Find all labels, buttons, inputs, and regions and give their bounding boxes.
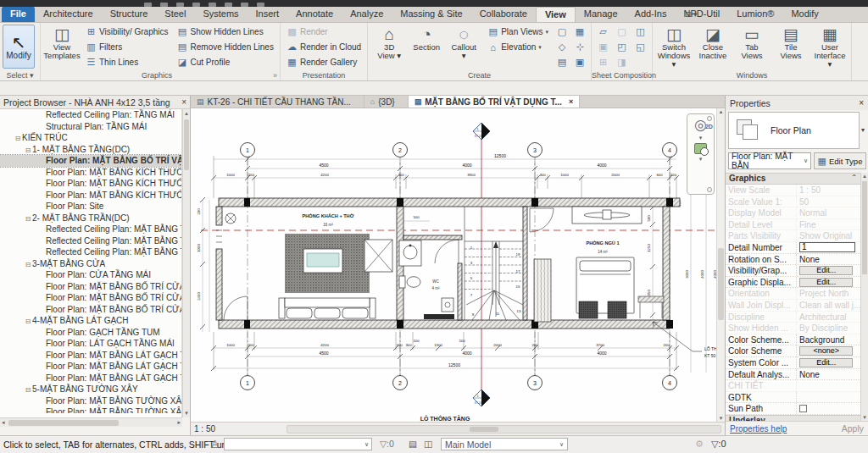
tree-item[interactable]: Floor Plan: MẶT BẰNG KÍCH THƯỚC <box>0 167 181 179</box>
ribbon-tab[interactable]: Annotate <box>287 7 342 22</box>
property-value[interactable]: Edit... Edit... <box>797 265 860 276</box>
property-checkbox[interactable] <box>799 405 807 412</box>
tree-item[interactable]: Floor Plan: MẶT BẰNG TƯỜNG XÂY T <box>0 395 181 407</box>
scrollbar-thumb[interactable] <box>470 427 498 432</box>
tree-expand-icon[interactable]: ⊟ <box>24 145 32 156</box>
properties-filter-combo[interactable]: Floor Plan: MẶT BẰN∨ <box>728 152 811 169</box>
staircase[interactable]: 1 3 5 7 9 11 13 15 17 19 <box>465 207 523 320</box>
tree-item[interactable]: ⊟1- MẶT BẰNG TẦNG(DC) <box>0 144 181 156</box>
tree-item[interactable]: Floor Plan: CỬA TẦNG MÁI <box>0 269 181 281</box>
apply-button[interactable]: Apply <box>842 423 864 434</box>
view-tab[interactable]: ⌂{3D} <box>364 96 409 108</box>
ribbon-tab[interactable]: Manage <box>576 7 626 22</box>
scope-box-button[interactable]: ⊹ <box>571 40 588 54</box>
property-row[interactable]: Sun Path <box>726 403 860 415</box>
scroll-down-icon[interactable]: ▾ <box>717 415 725 422</box>
design-option-combo[interactable]: ∨ <box>224 438 372 450</box>
tree-expand-icon[interactable]: ⊟ <box>24 213 32 224</box>
tree-item[interactable]: Floor Plan: MẶT BẰNG BỐ TRÍ CỬA S <box>0 281 181 293</box>
panel-expander-icon[interactable]: » <box>273 71 277 80</box>
revisions-button[interactable]: ◫ <box>632 25 649 39</box>
viewports-button[interactable]: ◨ <box>613 55 631 69</box>
tile-views-button[interactable]: ▤TileViews <box>772 25 810 69</box>
tree-item[interactable]: Floor Plan: MẶT BẰNG TƯỜNG XÂY T <box>0 406 181 413</box>
property-value[interactable]: None None <box>797 254 860 265</box>
tree-item[interactable]: Floor Plan: MẶT BẰNG KÍCH THƯỚC <box>0 178 181 190</box>
user-interface-button[interactable]: ▦UserInterface ▾ <box>811 25 849 69</box>
underlay-section-header[interactable]: Underlay <box>726 415 860 421</box>
view-reference-button[interactable]: ◱ <box>632 40 649 54</box>
scroll-down-icon[interactable]: ▾ <box>183 410 190 417</box>
schedules-button[interactable]: ▦ <box>571 25 588 39</box>
scale-button[interactable]: 1 : 50 <box>194 424 215 434</box>
gear-icon[interactable]: ⚙ <box>695 439 704 450</box>
tab-views-button[interactable]: ▭TabViews <box>733 25 771 69</box>
tree-item[interactable]: Floor Plan: MẶT BẰNG BỐ TRÍ CỬA S <box>0 304 181 316</box>
property-row[interactable]: Orientation Project North Project North <box>726 288 860 300</box>
sheet-issues-button[interactable]: ⊞ <box>594 55 612 69</box>
legends-button[interactable]: ▤ <box>554 55 570 69</box>
property-value[interactable] <box>797 380 860 391</box>
property-value[interactable] <box>797 392 860 403</box>
ribbon-tab[interactable]: Modify <box>782 7 826 22</box>
ribbon-tab[interactable]: Steel <box>156 7 194 22</box>
filters-button[interactable]: ▥Filters <box>82 40 172 54</box>
property-row[interactable]: CHI TIẾT <box>726 380 860 392</box>
thin-lines-button[interactable]: ☰Thin Lines <box>82 55 172 69</box>
property-edit-button[interactable]: Edit... <box>799 358 853 367</box>
bedroom-furniture[interactable] <box>572 207 664 318</box>
render-button[interactable]: ▩Render <box>283 25 364 39</box>
navbar-caret-icon[interactable]: ▾ <box>699 156 703 163</box>
scrollbar-thumb[interactable] <box>8 420 119 426</box>
property-value[interactable]: 1 1 <box>797 242 860 253</box>
title-block-button[interactable]: ▢ <box>613 25 631 39</box>
scroll-up-icon[interactable]: ▴ <box>861 173 868 180</box>
tree-item[interactable]: Reflected Ceiling Plan: MẶT BẰNG TR <box>0 235 181 247</box>
show-hidden-lines-button[interactable]: ▤Show Hidden Lines <box>174 25 277 39</box>
scroll-left-icon[interactable]: ◂ <box>2 419 5 426</box>
canvas-horizontal-scrollbar[interactable] <box>287 425 721 434</box>
view-tab[interactable]: ▤KT-26 - CHI TIẾT CẦU THANG TẦN... <box>191 96 364 108</box>
3d-view-button[interactable]: ⌂3DView ▾ <box>370 25 408 69</box>
ribbon-tab[interactable]: Systems <box>194 7 247 22</box>
guide-grid-button[interactable]: ▣ <box>594 40 612 54</box>
view-tab[interactable]: ▤MẶT BẰNG BỐ TRÍ VẬT DỤNG T...× <box>409 96 580 108</box>
property-row[interactable]: Graphic Displa... Edit... Edit... <box>726 277 860 289</box>
property-value[interactable]: By Discipline By Discipline <box>797 323 860 334</box>
render-region-button[interactable]: ▣ <box>571 55 588 69</box>
ribbon-tab[interactable]: Architecture <box>35 7 102 22</box>
graphics-section-header[interactable]: Graphics⌃ <box>726 173 860 185</box>
tree-item[interactable]: Floor Plan: MẶT BẰNG KÍCH THƯỚC <box>0 190 181 202</box>
property-value[interactable]: 50 50 <box>797 196 860 207</box>
ribbon-tab[interactable]: Insert <box>248 7 288 22</box>
property-value[interactable]: <none> <none> <box>797 345 860 356</box>
cut-profile-button[interactable]: ◪Cut Profile <box>174 55 277 69</box>
ribbon-tab[interactable]: Structure <box>102 7 157 22</box>
property-row[interactable]: Rotation on S... None None <box>726 254 860 266</box>
scroll-down-icon[interactable]: ▾ <box>861 414 868 421</box>
property-value[interactable]: Show Original Show Original <box>797 230 860 241</box>
property-row[interactable]: Color Scheme... Background Background <box>726 334 860 346</box>
property-row[interactable]: Show Hidden ... By Discipline By Discipl… <box>726 323 860 334</box>
property-edit-button[interactable]: <none> <box>799 346 853 356</box>
property-input[interactable] <box>799 242 855 252</box>
type-selector[interactable]: Floor Plan <box>728 112 860 149</box>
property-row[interactable]: Display Model Normal Normal <box>726 207 860 219</box>
property-value[interactable]: Background Background <box>797 334 860 345</box>
property-row[interactable]: Scale Value 1: 50 50 <box>726 196 860 208</box>
tree-item[interactable]: ⊟2- MẶT BẰNG TRẦN(DC) <box>0 213 181 224</box>
property-edit-button[interactable]: Edit... <box>799 266 853 275</box>
tree-item[interactable]: Floor Plan: LÁT GẠCH TẦNG MÁI <box>0 338 181 350</box>
tree-item[interactable]: Reflected Ceiling Plan: MẶT BẰNG TR <box>0 246 181 258</box>
canvas-vertical-scrollbar[interactable]: ▴ ▾ <box>716 108 725 422</box>
properties-scrollbar[interactable]: ▴ ▾ <box>860 173 868 421</box>
view-templates-button[interactable]: ◫ ViewTemplates <box>43 25 81 69</box>
drawing-area[interactable]: 1 2 3 4 1 2 3 4 12500 4500 4000 40 <box>191 108 725 422</box>
tree-item[interactable]: Floor Plan: MẶT BẰNG LÁT GẠCH TẦ <box>0 350 181 362</box>
scrollbar-thumb[interactable] <box>718 248 724 320</box>
tree-item[interactable]: ⊟KIẾN TRÚC <box>0 132 181 144</box>
edit-type-button[interactable]: ▦ Edit Type <box>814 152 866 169</box>
ribbon-display-toggle[interactable]: ⊡ ▾ <box>685 8 698 19</box>
render-gallery-button[interactable]: ▦Render Gallery <box>283 55 364 69</box>
worksharing-icon[interactable]: ♙ <box>210 439 220 450</box>
